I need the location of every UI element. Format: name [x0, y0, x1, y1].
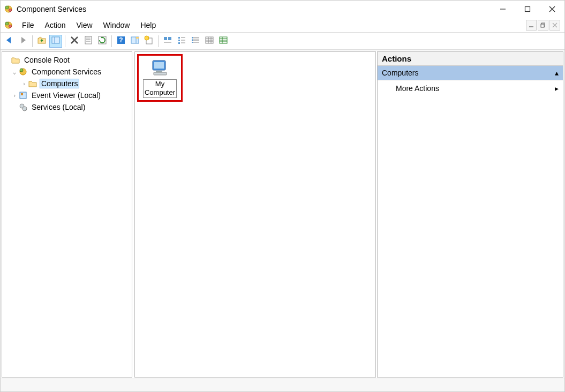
properties-button[interactable] [82, 35, 95, 48]
folder-icon [11, 55, 20, 65]
list1-icon [177, 35, 186, 47]
svg-rect-48 [192, 42, 193, 43]
svg-rect-37 [178, 42, 180, 44]
tree-root[interactable]: Console Root [3, 54, 131, 66]
content-item-label: My Computer [143, 79, 177, 98]
menu-window[interactable]: Window [98, 19, 135, 31]
menu-file[interactable]: File [17, 19, 40, 31]
tree-item-component-services[interactable]: ⌄ Component Services [3, 66, 131, 78]
menu-app-icon [4, 20, 13, 30]
actions-item-label: More Actions [396, 84, 439, 93]
tree-pane: Console Root ⌄ Component Services › Comp… [2, 51, 132, 378]
pane-icon [130, 35, 140, 47]
tree-item-label: Services (Local) [30, 102, 87, 112]
tree-root-label: Console Root [22, 55, 71, 65]
svg-rect-4 [525, 7, 530, 12]
svg-rect-29 [136, 37, 139, 39]
view-detail2-button[interactable] [217, 35, 230, 48]
delete-icon [70, 35, 79, 47]
menu-view[interactable]: View [71, 19, 97, 31]
content-item-my-computer[interactable]: My Computer [137, 54, 183, 102]
tree-item-label: Computers [40, 79, 79, 88]
minimize-button[interactable] [491, 1, 515, 18]
list2-icon [191, 35, 200, 47]
svg-rect-45 [192, 37, 193, 38]
help-icon: ? [116, 35, 126, 47]
status-bar [1, 379, 564, 391]
menubar: File Action View Window Help [1, 18, 564, 33]
services-icon [18, 102, 28, 112]
actions-section-label: Computers [382, 69, 418, 77]
delete-button[interactable] [68, 35, 81, 48]
close-button[interactable] [540, 1, 564, 18]
show-console-tree-button[interactable] [49, 35, 62, 48]
tree-item-services[interactable]: Services (Local) [3, 101, 131, 113]
event-viewer-icon [18, 91, 28, 100]
mdi-restore-button[interactable] [538, 20, 548, 31]
svg-rect-16 [52, 37, 59, 43]
app-icon [4, 4, 13, 14]
svg-rect-67 [154, 62, 164, 69]
toolbar-separator [111, 35, 112, 47]
view-list2-button[interactable] [189, 35, 202, 48]
forward-icon [18, 35, 28, 47]
tree-item-label: Event Viewer (Local) [30, 91, 102, 100]
chevron-right-icon[interactable]: › [20, 80, 28, 87]
folder-icon [28, 79, 37, 88]
collapse-icon: ▴ [555, 69, 559, 77]
svg-rect-46 [192, 39, 193, 40]
help-button[interactable]: ? [115, 35, 127, 48]
show-action-pane-button[interactable] [129, 35, 141, 48]
window-title: Component Services [17, 5, 86, 13]
tree-item-event-viewer[interactable]: › Event Viewer (Local) [3, 89, 131, 101]
main-area: Console Root ⌄ Component Services › Comp… [1, 50, 564, 379]
svg-point-9 [9, 25, 12, 27]
view-list1-button[interactable] [175, 35, 188, 48]
actions-section-computers[interactable]: Computers ▴ [378, 66, 563, 80]
svg-point-2 [9, 9, 12, 12]
svg-rect-36 [178, 40, 180, 41]
mdi-minimize-button[interactable] [526, 20, 537, 31]
back-button[interactable] [3, 35, 16, 48]
new-window-button[interactable] [142, 35, 155, 48]
status-view-icon [163, 35, 172, 47]
mdi-close-button[interactable] [549, 20, 560, 31]
view-detail-button[interactable] [203, 35, 216, 48]
properties-icon [84, 35, 93, 47]
detail2-icon [219, 35, 228, 47]
content-pane[interactable]: My Computer [134, 51, 376, 378]
forward-button[interactable] [17, 35, 29, 48]
svg-rect-12 [541, 24, 544, 27]
svg-rect-33 [168, 37, 171, 40]
svg-point-1 [5, 6, 9, 9]
chevron-right-icon[interactable]: › [11, 92, 18, 99]
svg-rect-63 [21, 93, 23, 95]
actions-header: Actions [378, 52, 563, 66]
svg-point-8 [5, 22, 9, 25]
refresh-icon [97, 35, 107, 47]
refresh-button[interactable] [96, 35, 109, 48]
menu-action[interactable]: Action [40, 19, 71, 31]
show-tree-icon [51, 35, 61, 47]
chevron-right-icon: ▸ [555, 84, 559, 93]
svg-rect-47 [192, 40, 193, 41]
svg-rect-20 [85, 36, 92, 44]
up-level-button[interactable] [35, 35, 48, 48]
mdi-controls [526, 20, 561, 31]
svg-rect-32 [164, 37, 167, 40]
console-tree[interactable]: Console Root ⌄ Component Services › Comp… [2, 52, 132, 115]
tree-item-computers[interactable]: › Computers [3, 78, 131, 89]
maximize-button[interactable] [515, 1, 540, 18]
view-status-button[interactable] [161, 35, 174, 48]
svg-rect-69 [154, 72, 167, 75]
toolbar-separator [32, 35, 33, 47]
toolbar-separator [158, 35, 159, 47]
actions-item-more-actions[interactable]: More Actions ▸ [378, 80, 563, 96]
svg-point-61 [20, 69, 23, 72]
chevron-down-icon[interactable]: ⌄ [11, 69, 18, 76]
actions-pane: Actions Computers ▴ More Actions ▸ [377, 51, 563, 378]
menu-help[interactable]: Help [135, 19, 161, 31]
gear-icon [18, 67, 28, 77]
new-icon [144, 35, 154, 47]
folder-up-icon [37, 35, 47, 47]
